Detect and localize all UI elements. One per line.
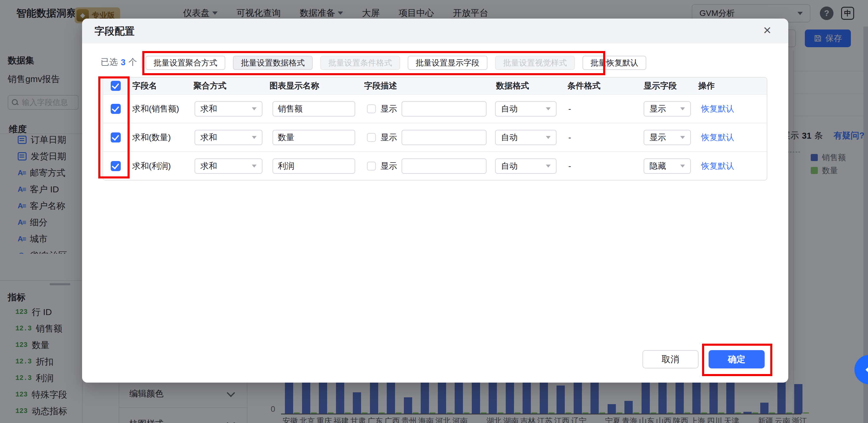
batch-data-format-button[interactable]: 批量设置数据格式 <box>233 56 313 70</box>
aggregation-select[interactable]: 求和 <box>194 101 262 117</box>
chevron-down-icon <box>252 136 256 139</box>
selected-count: 3 <box>121 58 125 67</box>
col-aggregation: 聚合方式 <box>193 80 226 92</box>
field-name: 求和(利润) <box>132 160 171 172</box>
col-description: 字段描述 <box>364 80 397 92</box>
confirm-button[interactable]: 确定 <box>709 350 765 368</box>
field-name: 求和(销售额) <box>132 103 179 115</box>
chart-name-input[interactable] <box>273 101 355 117</box>
chevron-down-icon <box>252 165 256 167</box>
chevron-down-icon <box>680 107 685 110</box>
row-checkbox[interactable] <box>111 104 121 114</box>
row-checkbox[interactable] <box>111 132 121 142</box>
col-cond-format: 条件格式 <box>567 80 600 92</box>
col-display-field: 显示字段 <box>644 80 677 92</box>
condition-format-value: - <box>568 133 571 142</box>
display-field-select[interactable]: 显示 <box>644 130 691 145</box>
col-data-format: 数据格式 <box>496 80 529 92</box>
close-icon[interactable]: × <box>763 23 771 37</box>
table-row: 求和(利润) 求和 显示 自动 - 隐藏 恢复默认 <box>103 151 767 180</box>
dialog-header: 字段配置 × <box>82 19 788 43</box>
batch-aggregation-button[interactable]: 批量设置聚合方式 <box>146 56 225 70</box>
col-actions: 操作 <box>698 80 715 92</box>
cancel-button[interactable]: 取消 <box>643 350 699 368</box>
field-config-dialog: 字段配置 × 已选 3 个 批量设置聚合方式 批量设置数据格式 批量设置条件格式… <box>82 19 788 383</box>
batch-display-field-button[interactable]: 批量设置显示字段 <box>408 56 488 70</box>
select-all-checkbox[interactable] <box>111 81 121 91</box>
chevron-down-icon <box>680 165 685 167</box>
table-row: 求和(数量) 求和 显示 自动 - 显示 恢复默认 <box>103 123 767 151</box>
col-chart-name: 图表显示名称 <box>270 80 319 92</box>
chevron-left-icon <box>865 364 868 375</box>
table-row: 求和(销售额) 求和 显示 自动 - 显示 恢复默认 <box>103 94 767 123</box>
desc-input[interactable] <box>402 130 487 145</box>
display-field-select[interactable]: 显示 <box>644 101 691 117</box>
chevron-down-icon <box>546 107 551 110</box>
desc-show-label: 显示 <box>380 160 397 172</box>
field-table: 字段名 聚合方式 图表显示名称 字段描述 数据格式 条件格式 显示字段 操作 求… <box>102 77 767 181</box>
selected-count-info: 已选 3 个 <box>101 54 137 71</box>
row-checkbox[interactable] <box>111 161 121 171</box>
desc-show-checkbox[interactable] <box>367 162 376 170</box>
chevron-down-icon <box>546 165 551 167</box>
batch-condition-format-button: 批量设置条件格式 <box>320 56 400 70</box>
aggregation-select[interactable]: 求和 <box>194 158 262 174</box>
desc-show-checkbox[interactable] <box>367 133 376 142</box>
col-field-name: 字段名 <box>132 80 157 92</box>
batch-buttons-row: 批量设置聚合方式 批量设置数据格式 批量设置条件格式 批量设置显示字段 批量设置… <box>146 56 646 70</box>
restore-default-link[interactable]: 恢复默认 <box>701 103 734 115</box>
data-format-select[interactable]: 自动 <box>495 130 557 145</box>
display-field-select[interactable]: 隐藏 <box>644 158 691 174</box>
dialog-title: 字段配置 <box>94 19 135 43</box>
aggregation-select[interactable]: 求和 <box>194 130 262 145</box>
vertical-divider <box>141 56 142 68</box>
condition-format-value: - <box>568 161 571 171</box>
chart-name-input[interactable] <box>273 130 355 145</box>
desc-input[interactable] <box>402 101 487 117</box>
desc-input[interactable] <box>402 158 487 174</box>
desc-show-label: 显示 <box>380 103 397 115</box>
data-format-select[interactable]: 自动 <box>495 101 557 117</box>
chevron-down-icon <box>680 136 685 139</box>
screen: 智能数据洞察 ◆ 专业版 仪表盘 可视化查询 数据准备 大屏 项目中心 开放平台… <box>0 0 868 423</box>
chevron-down-icon <box>252 107 256 110</box>
data-format-select[interactable]: 自动 <box>495 158 557 174</box>
restore-default-link[interactable]: 恢复默认 <box>701 132 734 143</box>
desc-show-label: 显示 <box>380 132 397 143</box>
desc-show-checkbox[interactable] <box>367 104 376 113</box>
restore-default-link[interactable]: 恢复默认 <box>701 160 734 172</box>
table-header-row: 字段名 聚合方式 图表显示名称 字段描述 数据格式 条件格式 显示字段 操作 <box>103 77 767 94</box>
batch-visual-style-button: 批量设置视觉样式 <box>495 56 575 70</box>
condition-format-value: - <box>568 104 571 113</box>
field-name: 求和(数量) <box>132 132 171 143</box>
chart-name-input[interactable] <box>273 158 355 174</box>
chevron-down-icon <box>546 136 551 139</box>
batch-restore-default-button[interactable]: 批量恢复默认 <box>583 56 646 70</box>
